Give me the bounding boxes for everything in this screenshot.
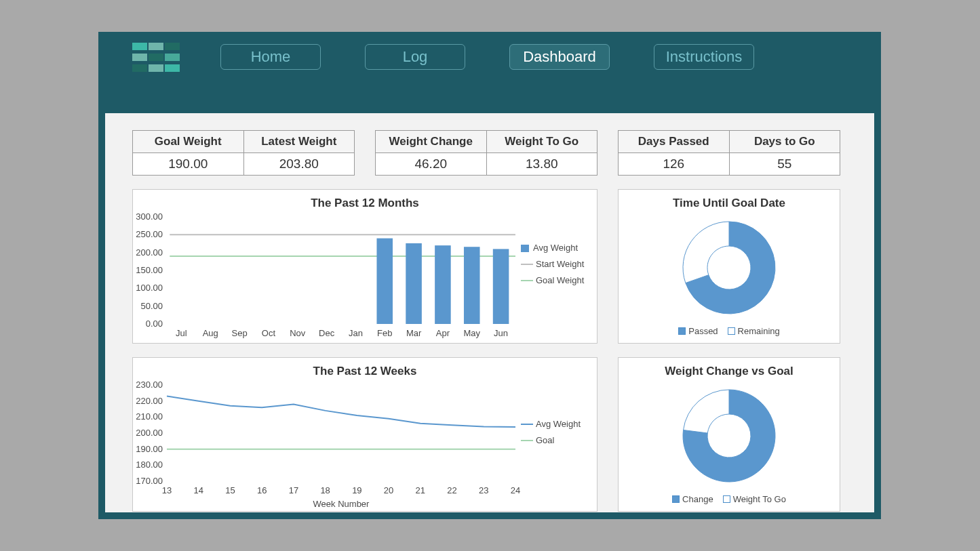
legend-passed: Passed [678,326,718,336]
svg-text:Start Weight: Start Weight [536,259,585,269]
chart-title: The Past 12 Months [133,190,597,210]
stat-label: Goal Weight [133,131,243,153]
svg-text:300.00: 300.00 [136,211,163,222]
nav-home-button[interactable]: Home [220,44,321,70]
stat-days-to-go: Days to Go 55 [730,131,840,175]
stat-weight-to-go: Weight To Go 13.80 [487,131,597,175]
nav-dashboard-button[interactable]: Dashboard [509,44,610,70]
svg-text:Week Number: Week Number [313,499,370,509]
donut-legend: Change Weight To Go [619,494,840,504]
stat-group-change: Weight Change 46.20 Weight To Go 13.80 [375,130,597,176]
stat-label: Days to Go [730,131,840,153]
svg-text:Goal Weight: Goal Weight [536,275,585,285]
nav-instructions-button[interactable]: Instructions [654,44,754,70]
svg-text:190.00: 190.00 [136,444,163,454]
stat-label: Weight To Go [487,131,597,153]
svg-text:Jul: Jul [176,328,187,338]
nav-log-button[interactable]: Log [365,44,465,70]
svg-text:Avg Weight: Avg Weight [536,419,581,429]
svg-rect-26 [521,245,529,252]
legend-remaining: Remaining [728,326,780,336]
chart-weight-change-vs-goal: Weight Change vs Goal Change Weight To G… [618,357,840,512]
chart-time-until-goal: Time Until Goal Date Passed Remaining [618,189,840,344]
svg-text:14: 14 [193,485,203,495]
stat-value: 203.80 [244,153,355,175]
stat-value: 126 [619,153,729,175]
svg-text:200.00: 200.00 [136,247,163,258]
stat-weight-change: Weight Change 46.20 [376,131,487,175]
svg-text:17: 17 [289,485,298,495]
svg-rect-24 [493,249,509,324]
stat-latest-weight: Latest Weight 203.80 [244,131,355,175]
header: Home Log Dashboard Instructions [98,32,881,82]
svg-text:Nov: Nov [290,328,306,338]
stat-label: Latest Weight [244,131,355,153]
svg-text:16: 16 [257,485,267,495]
dashboard-content: Goal Weight 190.00 Latest Weight 203.80 … [105,113,874,512]
svg-text:May: May [463,328,480,338]
svg-text:20: 20 [384,485,393,495]
svg-text:100.00: 100.00 [136,283,163,293]
stat-label: Weight Change [376,131,486,153]
svg-text:Apr: Apr [436,328,450,338]
svg-text:Dec: Dec [319,328,335,338]
stat-group-weight: Goal Weight 190.00 Latest Weight 203.80 [132,130,355,176]
app-logo-icon [132,43,180,72]
svg-text:Feb: Feb [377,328,392,338]
svg-text:Mar: Mar [406,328,422,338]
svg-text:Jun: Jun [494,328,508,338]
stat-value: 190.00 [133,153,243,175]
svg-text:250.00: 250.00 [136,229,163,239]
legend-weight-to-go: Weight To Go [723,494,786,504]
svg-text:15: 15 [225,485,235,495]
svg-text:0.00: 0.00 [146,319,163,329]
svg-text:220.00: 220.00 [136,396,163,406]
svg-text:Oct: Oct [262,328,276,338]
chart-title: Time Until Goal Date [619,190,840,210]
svg-text:Avg Weight: Avg Weight [533,243,578,253]
svg-text:200.00: 200.00 [136,428,163,438]
svg-text:Jan: Jan [349,328,363,338]
svg-text:24: 24 [511,485,520,495]
stat-value: 13.80 [487,153,597,175]
chart-past-12-weeks: The Past 12 Weeks 170.00180.00190.00200.… [132,357,597,512]
stat-label: Days Passed [619,131,729,153]
svg-rect-20 [435,245,451,324]
svg-text:210.00: 210.00 [136,411,163,422]
svg-rect-18 [406,243,422,324]
svg-text:13: 13 [162,485,172,495]
svg-text:21: 21 [416,485,425,495]
svg-text:50.00: 50.00 [140,301,163,311]
stat-days-passed: Days Passed 126 [619,131,730,175]
chart-title: Weight Change vs Goal [619,358,840,378]
svg-text:Goal: Goal [536,435,555,445]
chart-past-12-months: The Past 12 Months 0.0050.00100.00150.00… [132,189,597,344]
stat-goal-weight: Goal Weight 190.00 [133,131,244,175]
svg-text:Aug: Aug [203,328,218,338]
svg-rect-22 [464,247,480,324]
app-window: Home Log Dashboard Instructions Goal Wei… [98,32,881,519]
svg-text:22: 22 [447,485,456,495]
stat-value: 46.20 [376,153,486,175]
stat-value: 55 [730,153,840,175]
svg-text:23: 23 [479,485,488,495]
svg-text:150.00: 150.00 [136,265,163,275]
svg-text:18: 18 [320,485,330,495]
svg-text:170.00: 170.00 [136,476,163,486]
donut-legend: Passed Remaining [619,326,840,336]
stat-group-days: Days Passed 126 Days to Go 55 [618,130,840,176]
svg-text:19: 19 [352,485,361,495]
main-nav: Home Log Dashboard Instructions [220,44,754,70]
chart-title: The Past 12 Weeks [133,358,597,378]
svg-text:Sep: Sep [232,328,248,338]
svg-text:230.00: 230.00 [136,380,163,390]
legend-change: Change [672,494,713,504]
svg-rect-16 [376,239,393,324]
stat-row: Goal Weight 190.00 Latest Weight 203.80 … [132,130,847,176]
svg-text:180.00: 180.00 [136,460,163,470]
